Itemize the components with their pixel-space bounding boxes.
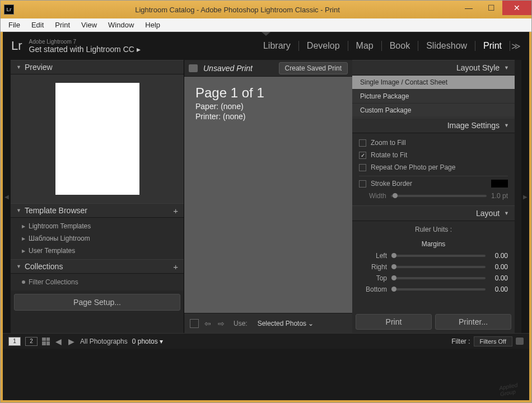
photo-count[interactable]: 0 photos ▾ xyxy=(132,338,163,345)
preview-body xyxy=(11,74,184,203)
print-buttons: Print Printer... xyxy=(352,311,515,333)
repeat-photo-row[interactable]: Repeat One Photo per Page xyxy=(359,161,508,174)
menu-help[interactable]: Help xyxy=(139,19,166,31)
add-template-button[interactable]: + xyxy=(173,206,178,215)
use-label: Use: xyxy=(234,320,248,327)
rotate-to-fit-checkbox[interactable]: ✓ xyxy=(359,152,366,159)
preview-panel-header[interactable]: ▼ Preview xyxy=(11,60,184,74)
page-setup-button[interactable]: Page Setup... xyxy=(14,294,180,311)
content-area: Lr Adobe Lightroom 7 Get started with Li… xyxy=(1,32,531,402)
chevron-down-icon: ▼ xyxy=(16,264,21,269)
left-panel-toggle[interactable]: ◀ xyxy=(3,60,11,333)
titlebar[interactable]: Lr Lightroom Catalog - Adobe Photoshop L… xyxy=(1,1,531,18)
module-print[interactable]: Print xyxy=(475,41,510,51)
layout-header[interactable]: Layout ▼ xyxy=(352,205,515,221)
next-page-button[interactable]: ⇨ xyxy=(217,319,226,328)
margin-top-slider[interactable] xyxy=(391,277,486,279)
app-icon: Lr xyxy=(4,4,14,15)
source-label[interactable]: All Photographs xyxy=(80,338,128,345)
print-canvas[interactable]: Page 1 of 1 Paper: (none) Printer: (none… xyxy=(184,77,352,313)
layout-style-list: Single Image / Contact Sheet Picture Pac… xyxy=(352,76,515,118)
print-job-bar: Unsaved Print Create Saved Print xyxy=(184,60,352,77)
template-folder[interactable]: ▶Шаблоны Lightroom xyxy=(11,232,184,245)
chevron-right-icon: ▶ xyxy=(22,249,25,254)
menu-print[interactable]: Print xyxy=(49,19,76,31)
module-map[interactable]: Map xyxy=(348,41,382,51)
watermark: AppliedGroup xyxy=(498,382,519,397)
margin-left-slider[interactable] xyxy=(391,255,486,257)
menubar: File Edit Print View Window Help xyxy=(1,18,531,32)
filter-label: Filter : xyxy=(451,338,470,345)
chevron-down-icon: ▼ xyxy=(504,123,509,128)
paper-preview[interactable] xyxy=(55,83,139,195)
prev-page-button[interactable]: ⇦ xyxy=(203,319,212,328)
select-all-checkbox[interactable] xyxy=(190,319,199,328)
filter-dropdown[interactable]: Filters Off xyxy=(474,336,512,346)
use-dropdown[interactable]: Selected Photos ⌄ xyxy=(252,318,320,329)
filmstrip-toolbar: 1 2 ◀ ▶ All Photographs 0 photos ▾ Filte… xyxy=(3,333,529,349)
create-saved-print-button[interactable]: Create Saved Print xyxy=(279,62,348,74)
filmstrip-area: 1 2 ◀ ▶ All Photographs 0 photos ▾ Filte… xyxy=(3,333,529,400)
nav-back-button[interactable]: ◀ xyxy=(54,337,63,346)
collections-title: Collections xyxy=(25,262,63,271)
printer-icon xyxy=(189,64,198,72)
filmstrip[interactable]: AppliedGroup xyxy=(3,349,529,400)
stroke-border-checkbox[interactable] xyxy=(359,180,366,188)
center-toolbar: ⇦ ⇨ Use: Selected Photos ⌄ xyxy=(184,313,352,333)
ruler-units-dropdown[interactable]: Ruler Units : xyxy=(352,221,515,238)
collections-header[interactable]: ▼ Collections + xyxy=(11,259,184,274)
tagline[interactable]: Adobe Lightroom 7 Get started with Light… xyxy=(29,39,141,54)
secondary-display-button[interactable]: 2 xyxy=(25,337,38,346)
spillover-arrow-icon[interactable]: ≫ xyxy=(511,41,521,51)
add-collection-button[interactable]: + xyxy=(173,262,178,271)
module-develop[interactable]: Develop xyxy=(299,41,348,51)
margin-bottom-slider[interactable] xyxy=(391,288,486,290)
stroke-border-row[interactable]: Stroke Border xyxy=(359,176,508,190)
paper-label: Paper: (none) xyxy=(195,102,341,111)
printer-label: Printer: (none) xyxy=(195,112,341,121)
close-button[interactable]: ✕ xyxy=(502,1,531,15)
module-slideshow[interactable]: Slideshow xyxy=(418,41,475,51)
maximize-button[interactable]: ☐ xyxy=(480,1,502,15)
workspace: ◀ ▼ Preview ▼ Template Browser + ▶Lightr… xyxy=(3,60,529,333)
menu-file[interactable]: File xyxy=(3,19,26,31)
image-settings-header[interactable]: Image Settings ▼ xyxy=(352,118,515,133)
filter-collections-input[interactable]: Filter Collections xyxy=(11,276,184,288)
rotate-to-fit-row[interactable]: ✓Rotate to Fit xyxy=(359,149,508,161)
window-title: Lightroom Catalog - Adobe Photoshop Ligh… xyxy=(17,6,458,14)
style-single-image[interactable]: Single Image / Contact Sheet xyxy=(352,76,515,90)
template-list: ▶Lightroom Templates ▶Шаблоны Lightroom … xyxy=(11,218,184,259)
module-header: Lr Adobe Lightroom 7 Get started with Li… xyxy=(3,32,529,60)
menu-view[interactable]: View xyxy=(76,19,102,31)
print-job-title: Unsaved Print xyxy=(203,64,253,73)
tagline-small: Adobe Lightroom 7 xyxy=(29,39,141,45)
module-library[interactable]: Library xyxy=(255,41,299,51)
stroke-width-slider[interactable] xyxy=(391,195,487,197)
printer-button[interactable]: Printer... xyxy=(435,314,511,330)
repeat-photo-checkbox[interactable] xyxy=(359,164,366,171)
chevron-down-icon: ▼ xyxy=(16,208,21,213)
style-picture-package[interactable]: Picture Package xyxy=(352,90,515,104)
print-button[interactable]: Print xyxy=(356,314,432,330)
menu-window[interactable]: Window xyxy=(102,19,139,31)
filter-lock-icon[interactable] xyxy=(516,338,524,345)
primary-display-button[interactable]: 1 xyxy=(8,337,21,346)
template-folder[interactable]: ▶User Templates xyxy=(11,245,184,257)
right-panel: Layout Style ▼ Single Image / Contact Sh… xyxy=(352,60,515,333)
menu-edit[interactable]: Edit xyxy=(26,19,49,31)
right-panel-toggle[interactable]: ▶ xyxy=(521,60,529,333)
stroke-color-swatch[interactable] xyxy=(491,180,508,188)
zoom-to-fill-checkbox[interactable] xyxy=(359,139,366,147)
minimize-button[interactable]: — xyxy=(458,1,480,15)
right-scrollbar[interactable] xyxy=(515,60,521,333)
module-book[interactable]: Book xyxy=(382,41,418,51)
nav-forward-button[interactable]: ▶ xyxy=(67,337,76,346)
grid-view-icon[interactable] xyxy=(42,338,50,345)
template-browser-header[interactable]: ▼ Template Browser + xyxy=(11,203,184,218)
margin-right-slider[interactable] xyxy=(391,266,486,268)
zoom-to-fill-row[interactable]: Zoom to Fill xyxy=(359,137,508,149)
template-folder[interactable]: ▶Lightroom Templates xyxy=(11,220,184,232)
app-window: Lr Lightroom Catalog - Adobe Photoshop L… xyxy=(0,0,532,403)
style-custom-package[interactable]: Custom Package xyxy=(352,104,515,118)
layout-style-header[interactable]: Layout Style ▼ xyxy=(352,60,515,76)
